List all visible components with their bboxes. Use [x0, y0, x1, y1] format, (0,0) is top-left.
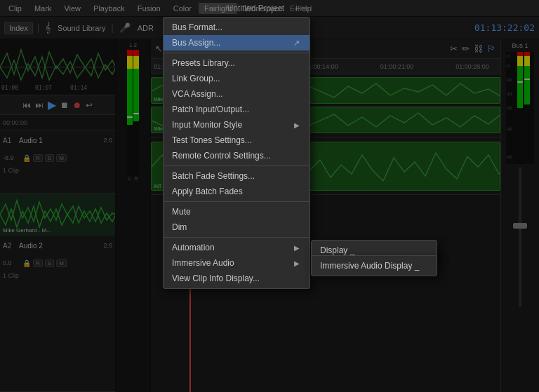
menu-section-2: Presets Library... Link Group... VCA Ass…	[164, 53, 310, 166]
menu-view-clip-info[interactable]: View Clip Info Display...	[164, 271, 310, 286]
menu-section-5: Automation ▶ Display _ Immersive Audio ▶…	[164, 238, 310, 288]
menu-bus-format[interactable]: Bus Format...	[164, 20, 310, 35]
menu-section-4: Mute Dim	[164, 202, 310, 238]
immersive-submenu: Immersive Audio Display _	[311, 255, 437, 276]
menu-dim[interactable]: Dim	[164, 219, 310, 235]
menu-patch-input-output[interactable]: Patch Input/Output...	[164, 102, 310, 117]
menu-bus-assign[interactable]: Bus Assign... ↗	[164, 35, 310, 50]
menu-mute[interactable]: Mute	[164, 204, 310, 219]
cursor-indicator: ↗	[293, 39, 300, 48]
submenu-arrow-immersive: ▶	[294, 259, 300, 267]
fairlight-dropdown-menu: Bus Format... Bus Assign... ↗ Presets Li…	[163, 17, 310, 289]
menu-input-monitor-style[interactable]: Input Monitor Style ▶	[164, 117, 310, 133]
menu-automation[interactable]: Automation ▶ Display _	[164, 240, 310, 255]
submenu-arrow-automation: ▶	[294, 244, 300, 252]
menu-vca-assign[interactable]: VCA Assign...	[164, 86, 310, 102]
menu-remote-control[interactable]: Remote Control Settings...	[164, 148, 310, 163]
menu-apply-batch-fades[interactable]: Apply Batch Fades	[164, 184, 310, 199]
menu-section-1: Bus Format... Bus Assign... ↗	[164, 18, 310, 53]
submenu-arrow-input: ▶	[294, 121, 300, 129]
menu-link-group[interactable]: Link Group...	[164, 71, 310, 86]
menu-section-3: Batch Fade Settings... Apply Batch Fades	[164, 166, 310, 202]
menu-immersive-audio[interactable]: Immersive Audio ▶ Immersive Audio Displa…	[164, 255, 310, 271]
menu-test-tones[interactable]: Test Tones Settings...	[164, 133, 310, 148]
menu-batch-fade-settings[interactable]: Batch Fade Settings...	[164, 168, 310, 184]
immersive-display[interactable]: Immersive Audio Display _	[312, 258, 437, 273]
menu-presets-library[interactable]: Presets Library...	[164, 55, 310, 71]
